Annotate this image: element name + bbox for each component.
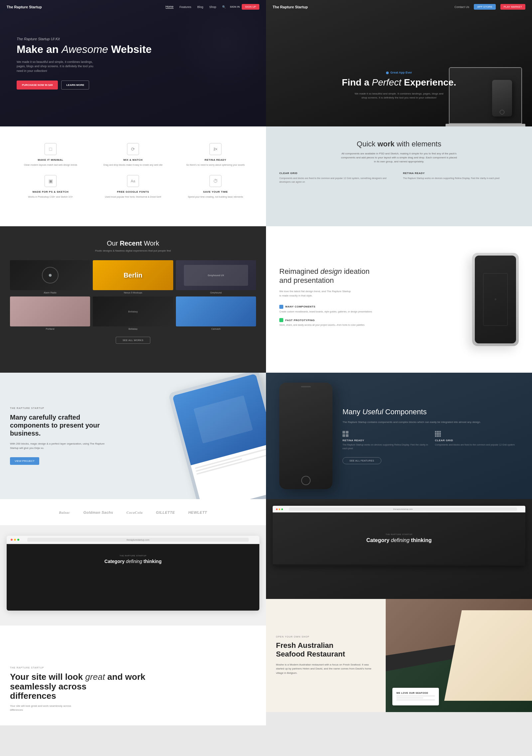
- see-all-features-button[interactable]: SEE ALL FEATURES: [342, 457, 381, 464]
- category-browser-bar: therapturestartup.com: [273, 506, 525, 512]
- phone-content: ⚙: [483, 273, 508, 326]
- components-desc: Create custom moodboards, brand boards, …: [279, 310, 462, 314]
- tablet-text-line: [223, 418, 223, 418]
- search-icon[interactable]: 🔍: [222, 5, 226, 9]
- preview-hero-title: Category defining thinking: [17, 559, 249, 564]
- reimagined-desc: We love the latest flat design trend, an…: [279, 289, 352, 298]
- business-desc: With 200 blocks, magic design & a perfec…: [10, 442, 110, 451]
- preview-content: THE RAPTURE STARTUP Category defining th…: [7, 544, 259, 611]
- hero-subtitle: The Rapture Startup UI Kit: [17, 37, 249, 41]
- hero-light-logo: The Rapture Startup: [273, 5, 455, 9]
- restaurant-content: OPEN YOUR OWN SHOP Fresh AustralianSeafo…: [266, 599, 386, 712]
- quick-col-retina-desc: The Rapture Startup works on devices sup…: [403, 177, 519, 180]
- nav-link-shop[interactable]: Shop: [209, 5, 216, 9]
- work-greyhound[interactable]: Greyhound UX Greyhound: [176, 260, 256, 294]
- cat-browser-content: THE RAPTURE STARTUP Category defining th…: [273, 512, 525, 564]
- contact-link[interactable]: Contact Us: [455, 5, 469, 9]
- hero-badge: Great App Ever: [386, 71, 412, 74]
- nav-link-blog[interactable]: Blog: [197, 5, 203, 9]
- business-content: THE RAPTURE STARTUP Many carefully craft…: [0, 373, 120, 499]
- work-bellabay-label: Bellabay: [93, 328, 173, 330]
- play-market-btn[interactable]: PLAY MARKET: [500, 4, 525, 10]
- bellabay-text: Bellabay: [126, 308, 141, 315]
- ps-desc: Works in Photoshop CS6+ and Sketch 3.5+: [13, 195, 88, 199]
- preview-browser: therapturestartup.com THE RAPTURE STARTU…: [7, 536, 259, 611]
- useful-grid-desc: Components and blocks are fixed to the c…: [435, 443, 522, 447]
- hero-title-italic: Awesome: [62, 43, 108, 55]
- panel-category: therapturestartup.com THE RAPTURE STARTU…: [266, 499, 532, 599]
- proto-icon: [279, 318, 283, 322]
- useful-retina-title: RETINA READY: [342, 439, 430, 442]
- purchase-button[interactable]: PURCHASE NOW IN $49: [17, 81, 58, 90]
- work-canvas[interactable]: Canvash: [176, 296, 256, 330]
- hero-light-title: Find a Perfect Experience.: [273, 78, 525, 88]
- cat-inner: THE RAPTURE STARTUP Category defining th…: [366, 533, 432, 543]
- preview-hero-label: THE RAPTURE STARTUP: [17, 555, 249, 557]
- feature-mix: ⟳ MIX & MATCH Drag and drop blocks make …: [96, 143, 170, 167]
- useful-feature-retina: RETINA READY The Rapture Startup works o…: [342, 431, 430, 450]
- browser-url[interactable]: therapturestartup.com: [27, 538, 249, 542]
- restaurant-desc: Moshe is a Modern Australian restaurant …: [276, 663, 376, 675]
- see-all-button[interactable]: SEE ALL WORKS: [116, 337, 151, 344]
- nav-link-features[interactable]: Features: [180, 5, 192, 9]
- useful-content: Many Useful Components The Rapture Start…: [332, 398, 532, 474]
- tablet-text-line2: [223, 419, 223, 420]
- hero-title: Make an Awesome Website: [17, 44, 249, 55]
- reimagined-title: Reimagined design ideationand presentati…: [279, 267, 462, 285]
- hero-light-title-text2: Experience.: [404, 77, 456, 88]
- cat-title-inner: Category defining thinking: [366, 537, 432, 543]
- useful-title: Many Useful Components: [342, 408, 522, 416]
- phone-screen: ⚙: [475, 256, 516, 343]
- recent-subtitle: Fludic designs & flawless digital experi…: [10, 249, 256, 252]
- work-canvas-label: Canvash: [176, 328, 256, 330]
- proto-desc: Store, share, and easily access all your…: [279, 323, 462, 327]
- logo-hewlett: HEWLETT: [188, 510, 207, 514]
- panel-features: □ MAKE IT MINIMAL Clean modern layouts m…: [0, 126, 266, 226]
- panel-preview: therapturestartup.com THE RAPTURE STARTU…: [0, 526, 266, 626]
- work-bellabay[interactable]: Bellabay Bellabay: [93, 296, 173, 330]
- food-card-line-2: [396, 697, 423, 698]
- food-card-line-3: [396, 699, 435, 700]
- logo-gillette: GILLETTE: [156, 510, 175, 514]
- app-store-btn[interactable]: APP STORE: [474, 4, 496, 10]
- phone-home-btn: [301, 476, 311, 485]
- quick-title-strong: work: [377, 140, 394, 148]
- tablet-device: [168, 373, 266, 499]
- laptop-base: [446, 124, 525, 126]
- learn-more-button[interactable]: LEARN MORE: [61, 81, 89, 90]
- view-project-button[interactable]: VIEW PROJECT: [10, 457, 39, 465]
- signup-button[interactable]: SIGN UP: [242, 4, 259, 10]
- reimagined-phone: ⚙: [472, 253, 519, 346]
- cat-dot-red: [276, 508, 278, 510]
- quick-title-text2: with elements: [395, 140, 442, 148]
- hero-light-title-text1: Find a: [342, 77, 372, 88]
- work-grid-top: 🕐 Alarm Radio Berlin Nexus 5 Mockups Gre…: [10, 260, 256, 294]
- hero-buttons: PURCHASE NOW IN $49 LEARN MORE: [17, 81, 249, 90]
- quick-cols: CLEAR GRID Components and blocks are fix…: [279, 172, 519, 184]
- hero-description: We made it so beautiful and simple, it c…: [17, 60, 100, 74]
- cat-dot-yellow: [279, 508, 280, 510]
- hero-light-content: Great App Ever Find a Perfect Experience…: [266, 62, 532, 106]
- work-alarm-label: Alarm Radio: [10, 291, 90, 294]
- panel-hero-dark: The Rapture Startup Home Features Blog S…: [0, 0, 266, 126]
- work-portland-label: Portland: [10, 328, 90, 330]
- quick-col-retina-title: RETINA READY: [403, 172, 519, 175]
- logo-goldman: Goldman Sachs: [83, 510, 113, 514]
- logo-cocacola: CocaCola: [126, 510, 143, 514]
- phone-home-btn: [500, 110, 504, 114]
- quick-col-grid: CLEAR GRID Components and blocks are fix…: [279, 172, 395, 184]
- work-berlin[interactable]: Berlin Nexus 5 Mockups: [93, 260, 173, 294]
- food-card-line-1: [396, 695, 435, 696]
- row-business: THE RAPTURE STARTUP Many carefully craft…: [0, 373, 532, 499]
- work-grid-bottom: Portland Bellabay Bellabay Canvash: [10, 296, 256, 330]
- reimagined-feature-components: MANY COMPONENTS Create custom moodboards…: [279, 305, 462, 314]
- cat-url: therapturestartup.com: [289, 507, 517, 511]
- restaurant-title: Fresh AustralianSeafood Restaurant: [276, 641, 376, 659]
- nav-link-home[interactable]: Home: [166, 5, 174, 9]
- mix-icon: ⟳: [127, 143, 139, 155]
- work-alarm[interactable]: 🕐 Alarm Radio: [10, 260, 90, 294]
- signin-button[interactable]: SIGN IN: [230, 5, 240, 8]
- business-tablet: [120, 373, 266, 499]
- work-portland[interactable]: Portland: [10, 296, 90, 330]
- feature-time: ⏱ SAVE YOUR TIME Spend your time creatin…: [178, 175, 253, 199]
